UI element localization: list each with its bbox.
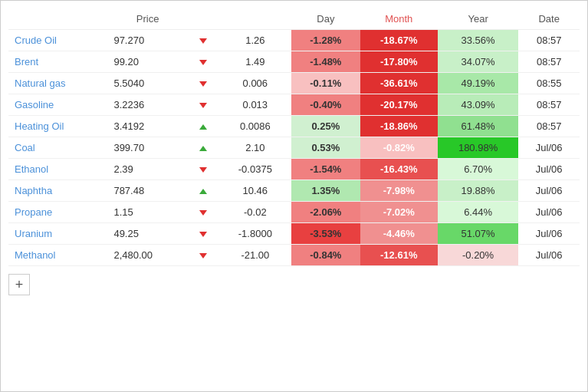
commodity-name[interactable]: Coal [8, 137, 107, 159]
table-row: Brent99.201.49-1.48%-17.80%34.07%08:57 [8, 51, 580, 73]
commodity-change: -0.02 [219, 202, 291, 223]
table-row: Propane1.15-0.02-2.06%-7.02%6.44%Jul/06 [8, 202, 580, 223]
arrow-down-icon [199, 103, 207, 108]
arrow-up-icon [199, 189, 207, 194]
arrow-down-icon [199, 167, 207, 173]
commodity-month: -7.02% [360, 202, 438, 223]
arrow-up-icon [199, 146, 207, 151]
commodity-change: -21.00 [219, 245, 291, 266]
table-row: Methanol2,480.00-21.00-0.84%-12.61%-0.20… [8, 245, 580, 266]
commodity-month: -18.86% [360, 116, 438, 137]
commodity-direction [188, 116, 219, 137]
commodity-name[interactable]: Propane [8, 202, 107, 223]
commodity-price: 2,480.00 [107, 245, 188, 266]
commodity-change: -1.8000 [219, 223, 291, 245]
commodity-year: 6.70% [438, 159, 519, 180]
table-row: Crude Oil97.2701.26-1.28%-18.67%33.56%08… [8, 30, 580, 51]
commodity-year: 34.07% [438, 51, 519, 73]
commodity-price: 49.25 [107, 223, 188, 245]
header-year: Year [438, 8, 519, 30]
commodity-name[interactable]: Heating Oil [8, 116, 107, 137]
commodity-name[interactable]: Ethanol [8, 159, 107, 180]
commodity-direction [188, 245, 219, 266]
commodity-year: -0.20% [438, 245, 519, 266]
commodity-month: -17.80% [360, 51, 438, 73]
commodity-day: -0.40% [291, 94, 360, 116]
add-row-button[interactable]: + [8, 274, 30, 295]
commodity-month: -4.46% [360, 223, 438, 245]
commodities-table: Price Day Month Year Date Crude Oil97.27… [8, 8, 580, 266]
commodity-direction [188, 51, 219, 73]
commodity-name[interactable]: Crude Oil [8, 30, 107, 51]
commodity-year: 19.88% [438, 180, 519, 202]
commodity-name[interactable]: Naphtha [8, 180, 107, 202]
commodity-direction [188, 30, 219, 51]
commodity-month: -0.82% [360, 137, 438, 159]
commodity-day: -1.54% [291, 159, 360, 180]
commodity-price: 3.4192 [107, 116, 188, 137]
commodity-month: -36.61% [360, 73, 438, 94]
commodity-price: 3.2236 [107, 94, 188, 116]
commodity-direction [188, 94, 219, 116]
commodity-direction [188, 223, 219, 245]
commodity-date: Jul/06 [518, 245, 580, 266]
commodity-name[interactable]: Brent [8, 51, 107, 73]
commodity-change: -0.0375 [219, 159, 291, 180]
commodity-date: Jul/06 [518, 137, 580, 159]
commodity-direction [188, 180, 219, 202]
commodity-year: 43.09% [438, 94, 519, 116]
commodity-direction [188, 73, 219, 94]
commodity-direction [188, 202, 219, 223]
table-row: Heating Oil3.41920.00860.25%-18.86%61.48… [8, 116, 580, 137]
commodity-year: 33.56% [438, 30, 519, 51]
commodity-date: Jul/06 [518, 223, 580, 245]
table-row: Uranium49.25-1.8000-3.53%-4.46%51.07%Jul… [8, 223, 580, 245]
commodity-direction [188, 137, 219, 159]
commodity-day: -1.48% [291, 51, 360, 73]
commodity-date: 08:57 [518, 116, 580, 137]
commodity-change: 0.013 [219, 94, 291, 116]
commodity-year: 180.98% [438, 137, 519, 159]
commodity-change: 10.46 [219, 180, 291, 202]
arrow-down-icon [199, 253, 207, 259]
commodity-name[interactable]: Uranium [8, 223, 107, 245]
commodity-price: 99.20 [107, 51, 188, 73]
header-month: Month [360, 8, 438, 30]
commodity-year: 49.19% [438, 73, 519, 94]
table-row: Naphtha787.4810.461.35%-7.98%19.88%Jul/0… [8, 180, 580, 202]
commodity-price: 5.5040 [107, 73, 188, 94]
header-name [8, 8, 107, 30]
commodity-price: 787.48 [107, 180, 188, 202]
commodity-date: 08:57 [518, 51, 580, 73]
commodity-date: Jul/06 [518, 202, 580, 223]
commodity-change: 1.26 [219, 30, 291, 51]
commodity-change: 2.10 [219, 137, 291, 159]
table-row: Coal399.702.100.53%-0.82%180.98%Jul/06 [8, 137, 580, 159]
table-header-row: Price Day Month Year Date [8, 8, 580, 30]
commodity-price: 399.70 [107, 137, 188, 159]
commodity-day: -0.11% [291, 73, 360, 94]
header-arrow [188, 8, 219, 30]
commodity-direction [188, 159, 219, 180]
commodity-day: -0.84% [291, 245, 360, 266]
arrow-up-icon [199, 124, 207, 130]
commodity-price: 2.39 [107, 159, 188, 180]
commodities-table-container: Price Day Month Year Date Crude Oil97.27… [0, 0, 588, 392]
arrow-down-icon [199, 232, 207, 237]
commodity-day: -1.28% [291, 30, 360, 51]
commodity-date: 08:55 [518, 73, 580, 94]
commodity-day: 0.53% [291, 137, 360, 159]
commodity-month: -18.67% [360, 30, 438, 51]
commodity-day: -2.06% [291, 202, 360, 223]
commodity-day: -3.53% [291, 223, 360, 245]
commodity-day: 0.25% [291, 116, 360, 137]
commodity-name[interactable]: Natural gas [8, 73, 107, 94]
arrow-down-icon [199, 38, 207, 44]
table-row: Ethanol2.39-0.0375-1.54%-16.43%6.70%Jul/… [8, 159, 580, 180]
header-day: Day [291, 8, 360, 30]
commodity-month: -20.17% [360, 94, 438, 116]
commodity-name[interactable]: Gasoline [8, 94, 107, 116]
table-body: Crude Oil97.2701.26-1.28%-18.67%33.56%08… [8, 30, 580, 266]
commodity-name[interactable]: Methanol [8, 245, 107, 266]
commodity-month: -12.61% [360, 245, 438, 266]
